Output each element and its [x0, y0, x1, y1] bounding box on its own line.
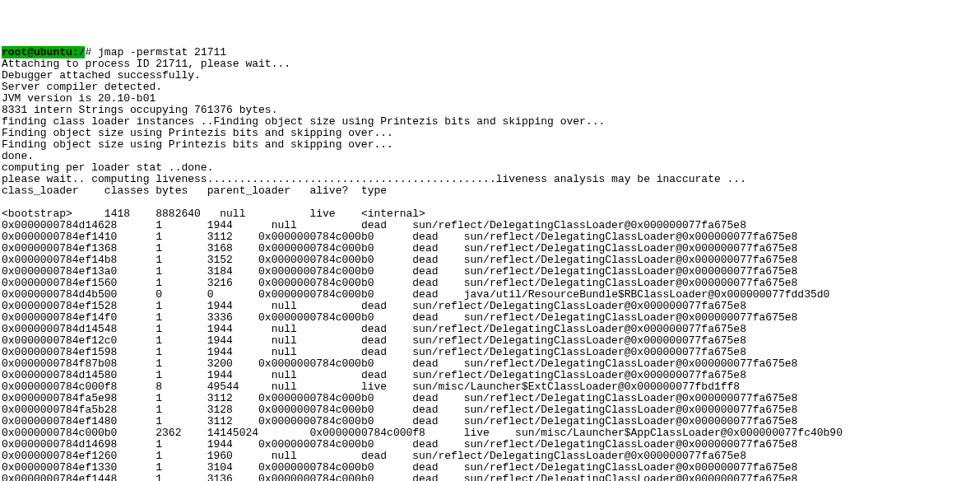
output-line: JVM version is 20.10-b01 — [2, 92, 156, 105]
table-row: 0x0000000784d14698 1 1944 0x0000000784c0… — [2, 438, 797, 451]
output-line: Server compiler detected. — [2, 81, 162, 93]
output-line: Finding object size using Printezis bits… — [2, 138, 393, 151]
table-header: class_loader classes bytes parent_loader… — [2, 184, 387, 197]
table-row: 0x0000000784ef14f0 1 3336 0x0000000784c0… — [2, 311, 797, 324]
table-row: 0x0000000784ef1410 1 3112 0x0000000784c0… — [2, 231, 797, 243]
output-line: Debugger attached successfully. — [2, 69, 201, 82]
table-row: 0x0000000784c000f8 8 49544 null live sun… — [2, 381, 740, 393]
table-row: 0x0000000784ef14b8 1 3152 0x0000000784c0… — [2, 254, 797, 266]
command-input[interactable]: jmap -permstat 21711 — [91, 46, 226, 58]
table-row: 0x0000000784ef1528 1 1944 null dead sun/… — [2, 300, 746, 312]
table-row: <bootstrap> 1418 8882640 null live <inte… — [2, 208, 425, 220]
table-row: 0x0000000784d14580 1 1944 null dead sun/… — [2, 369, 746, 381]
output-line: done. — [2, 150, 34, 162]
output-line: finding class loader instances ..Finding… — [2, 115, 605, 128]
table-row: 0x0000000784fa5b28 1 3128 0x0000000784c0… — [2, 404, 797, 416]
output-line: 8331 intern Strings occupying 761376 byt… — [2, 104, 277, 116]
table-row: 0x0000000784c000b0 2362 14145024 0x00000… — [2, 427, 843, 439]
table-row: 0x0000000784ef1368 1 3168 0x0000000784c0… — [2, 242, 797, 255]
table-row: 0x0000000784d14628 1 1944 null dead sun/… — [2, 219, 746, 231]
table-row: 0x0000000784ef1260 1 1960 null dead sun/… — [2, 450, 746, 462]
table-row: 0x0000000784ef13a0 1 3184 0x0000000784c0… — [2, 265, 797, 278]
table-row: 0x0000000784ef1560 1 3216 0x0000000784c0… — [2, 277, 797, 289]
table-row: 0x0000000784d4b500 0 0 0x0000000784c000b… — [2, 288, 829, 301]
output-line: please wait.. computing liveness........… — [2, 173, 746, 185]
table-row: 0x0000000784ef1448 1 3136 0x0000000784c0… — [2, 473, 797, 481]
prompt-sep: : — [72, 46, 79, 58]
table-row: 0x0000000784ef1330 1 3104 0x0000000784c0… — [2, 461, 797, 474]
terminal-output: root@ubuntu:/# jmap -permstat 21711 Atta… — [0, 46, 980, 481]
table-row: 0x0000000784f87b08 1 3200 0x0000000784c0… — [2, 357, 797, 370]
table-row: 0x0000000784ef1598 1 1944 null dead sun/… — [2, 346, 746, 358]
output-line: Finding object size using Printezis bits… — [2, 127, 393, 139]
table-row: 0x0000000784ef1480 1 3112 0x0000000784c0… — [2, 415, 797, 427]
table-row: 0x0000000784fa5e98 1 3112 0x0000000784c0… — [2, 392, 797, 404]
output-line: Attaching to process ID 21711, please wa… — [2, 58, 290, 70]
prompt-user-host: root@ubuntu — [2, 46, 72, 58]
table-row: 0x0000000784ef12c0 1 1944 null dead sun/… — [2, 334, 746, 347]
output-line: computing per loader stat ..done. — [2, 161, 213, 174]
table-row: 0x0000000784d14548 1 1944 null dead sun/… — [2, 323, 746, 335]
